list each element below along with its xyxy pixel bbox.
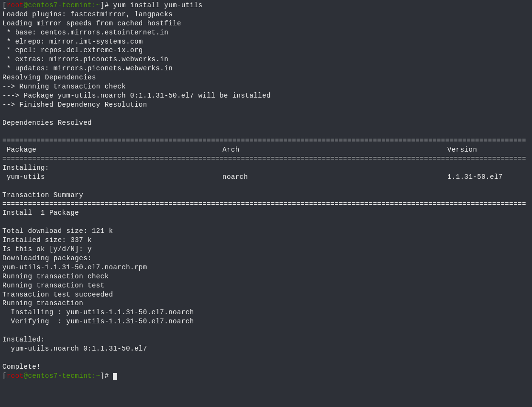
header-package: Package [2,145,222,154]
blank-line [2,110,530,119]
separator-line: ========================================… [2,136,530,145]
prompt-path: :~ [92,1,100,9]
install-count: Install 1 Package [2,209,530,218]
blank-line [2,353,530,363]
installing-pkg: Installing : yum-utils-1.1.31-50.el7.noa… [2,308,530,317]
output-line: --> Running transaction check [2,82,530,91]
terminal-prompt-line[interactable]: [root@centos7-tecmint:~]# yum install yu… [2,1,530,10]
output-line: * epel: repos.del.extreme-ix.org [2,46,530,55]
blank-line [2,218,530,227]
confirm-prompt: Is this ok [y/d/N]: y [2,245,530,254]
blank-line [2,127,530,136]
running-check: Running transaction check [2,272,530,281]
verifying-pkg: Verifying : yum-utils-1.1.31-50.el7.noar… [2,317,530,326]
test-succeeded: Transaction test succeeded [2,290,530,299]
bracket-close: ]# [100,1,109,9]
installed-pkg: yum-utils.noarch 0:1.1.31-50.el7 [2,344,530,353]
output-line: Loaded plugins: fastestmirror, langpacks [2,10,530,19]
bracket-open: [ [2,1,7,9]
prompt-host: centos7-tecmint [28,1,92,9]
output-line: * updates: mirrors.piconets.webwerks.in [2,64,530,73]
output-line: * elrepo: mirror.imt-systems.com [2,37,530,46]
cell-version: 1.1.31-50.el7 [447,173,530,182]
bracket-open: [ [2,372,7,380]
cell-arch: noarch [222,173,447,182]
download-size: Total download size: 121 k [2,227,530,236]
installed-header: Installed: [2,335,530,344]
complete-line: Complete! [2,363,530,372]
separator-line: ========================================… [2,154,530,164]
running-test: Running transaction test [2,281,530,290]
output-line: Resolving Dependencies [2,73,530,82]
running-transaction: Running transaction [2,299,530,308]
separator-line: ========================================… [2,200,530,209]
cursor-icon [113,373,117,380]
cell-package: yum-utils [2,173,222,182]
transaction-summary: Transaction Summary [2,191,530,200]
command-text [109,372,113,380]
prompt-host: centos7-tecmint [28,372,92,380]
header-version: Version [447,145,530,154]
output-line: * extras: mirrors.piconets.webwerks.in [2,55,530,64]
command-text: yum install yum-utils [109,1,203,9]
output-line: * base: centos.mirrors.estointernet.in [2,28,530,37]
blank-line [2,326,530,335]
installed-size: Installed size: 337 k [2,236,530,245]
table-row: yum-utils noarch 1.1.31-50.el7 [2,173,530,182]
prompt-user: root [7,1,24,9]
table-header-row: Package Arch Version [2,145,530,154]
output-line: Dependencies Resolved [2,119,530,128]
downloading-line: Downloading packages: [2,254,530,263]
output-line: ---> Package yum-utils.noarch 0:1.1.31-5… [2,91,530,100]
output-line: --> Finished Dependency Resolution [2,100,530,110]
blank-line [2,182,530,191]
prompt-user: root [7,372,24,380]
rpm-line: yum-utils-1.1.31-50.el7.noarch.rpm [2,263,530,272]
installing-header: Installing: [2,164,530,173]
header-arch: Arch [222,145,447,154]
output-line: Loading mirror speeds from cached hostfi… [2,19,530,28]
prompt-path: :~ [92,372,100,380]
terminal-prompt-line[interactable]: [root@centos7-tecmint:~]# [2,372,530,381]
bracket-close: ]# [100,372,109,380]
